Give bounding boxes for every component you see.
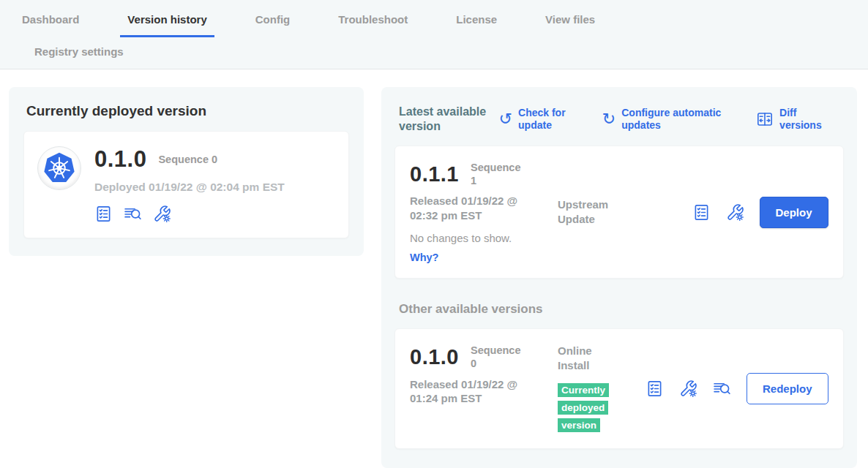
tab-view-files[interactable]: View files	[538, 12, 602, 37]
preflight-checks-icon[interactable]	[94, 205, 113, 223]
other-sequence-label: Sequence 0	[471, 344, 522, 370]
check-for-update-label: Check for update	[518, 107, 576, 132]
other-version-card: 0.1.0 Sequence 0 Released 01/19/22 @ 01:…	[394, 328, 844, 449]
other-version-details: 0.1.0 Sequence 0 Released 01/19/22 @ 01:…	[410, 344, 558, 405]
latest-changes-text: No changes to show.	[410, 232, 558, 244]
currently-deployed-badge: Currently deployed version	[558, 383, 609, 432]
other-version-number: 0.1.0	[410, 345, 459, 369]
nav-row-primary: Dashboard Version history Config Trouble…	[0, 12, 868, 37]
other-card-actions: Redeploy	[646, 373, 828, 404]
other-released-timestamp: Released 01/19/22 @ 01:24 pm EST	[410, 377, 536, 406]
currently-deployed-panel: Currently deployed version 0.1.0 Sequenc…	[9, 87, 364, 256]
latest-card-actions: Deploy	[692, 197, 828, 228]
deployed-actions	[94, 205, 285, 223]
configure-automatic-updates-label: Configure automatic updates	[621, 107, 730, 132]
nav-row-secondary: Registry settings	[0, 37, 868, 69]
tab-troubleshoot[interactable]: Troubleshoot	[331, 12, 415, 37]
version-line: 0.1.0 Sequence 0	[410, 344, 558, 370]
other-versions-title: Other available versions	[399, 302, 844, 317]
deploy-logs-icon[interactable]	[124, 205, 142, 223]
other-source-column: Online Install Currently deployed versio…	[558, 344, 646, 434]
deploy-logs-icon[interactable]	[713, 380, 731, 398]
latest-source-label: Upstream Update	[558, 197, 620, 226]
currently-deployed-title: Currently deployed version	[26, 103, 349, 119]
tab-license[interactable]: License	[449, 12, 504, 37]
latest-available-header: Latest available version ↺ Check for upd…	[394, 102, 844, 134]
tab-config[interactable]: Config	[248, 12, 297, 37]
kubernetes-icon	[42, 151, 76, 185]
latest-source-column: Upstream Update	[558, 161, 646, 226]
auto-update-icon: ↻	[602, 111, 616, 127]
check-for-update-link[interactable]: ↺ Check for update	[499, 107, 576, 132]
header-actions: ↺ Check for update ↻ Configure automatic…	[499, 107, 841, 132]
latest-version-details: 0.1.1 Sequence 1 Released 01/19/22 @ 02:…	[410, 161, 558, 263]
why-link[interactable]: Why?	[410, 252, 558, 263]
version-line: 0.1.1 Sequence 1	[410, 161, 558, 187]
main-content: Currently deployed version 0.1.0 Sequenc…	[0, 69, 868, 468]
diff-versions-label: Diff versions	[779, 107, 840, 132]
app-logo-badge	[37, 146, 81, 190]
latest-sequence-label: Sequence 1	[471, 161, 522, 187]
edit-config-icon[interactable]	[153, 205, 171, 223]
tab-dashboard[interactable]: Dashboard	[15, 12, 86, 37]
other-source-label: Online Install	[558, 344, 620, 372]
tab-registry-settings[interactable]: Registry settings	[27, 44, 868, 58]
version-history-panel: Latest available version ↺ Check for upd…	[381, 87, 857, 468]
deployed-timestamp: Deployed 01/19/22 @ 02:04 pm EST	[94, 181, 285, 194]
edit-config-icon[interactable]	[679, 380, 697, 398]
deploy-button[interactable]: Deploy	[760, 197, 828, 228]
configure-automatic-updates-link[interactable]: ↻ Configure automatic updates	[602, 107, 730, 132]
deployed-sequence-label: Sequence 0	[158, 153, 217, 166]
preflight-checks-icon[interactable]	[692, 203, 711, 222]
edit-config-icon[interactable]	[726, 203, 744, 222]
version-line: 0.1.0 Sequence 0	[94, 146, 285, 173]
currently-deployed-card: 0.1.0 Sequence 0 Deployed 01/19/22 @ 02:…	[23, 131, 349, 238]
top-navigation: Dashboard Version history Config Trouble…	[0, 0, 868, 69]
refresh-icon: ↺	[499, 111, 512, 127]
latest-released-timestamp: Released 01/19/22 @ 02:32 pm EST	[410, 194, 536, 222]
deployed-version-details: 0.1.0 Sequence 0 Deployed 01/19/22 @ 02:…	[94, 146, 285, 223]
tab-version-history[interactable]: Version history	[120, 12, 214, 37]
redeploy-button[interactable]: Redeploy	[747, 373, 828, 404]
latest-version-number: 0.1.1	[410, 162, 459, 186]
deployed-version-number: 0.1.0	[94, 146, 146, 173]
latest-available-title: Latest available version	[399, 105, 499, 134]
currently-deployed-badge-wrap: Currently deployed version	[558, 381, 613, 434]
preflight-checks-icon[interactable]	[646, 380, 664, 398]
latest-version-card: 0.1.1 Sequence 1 Released 01/19/22 @ 02:…	[394, 146, 844, 279]
diff-icon	[756, 110, 774, 128]
diff-versions-link[interactable]: Diff versions	[756, 107, 840, 132]
